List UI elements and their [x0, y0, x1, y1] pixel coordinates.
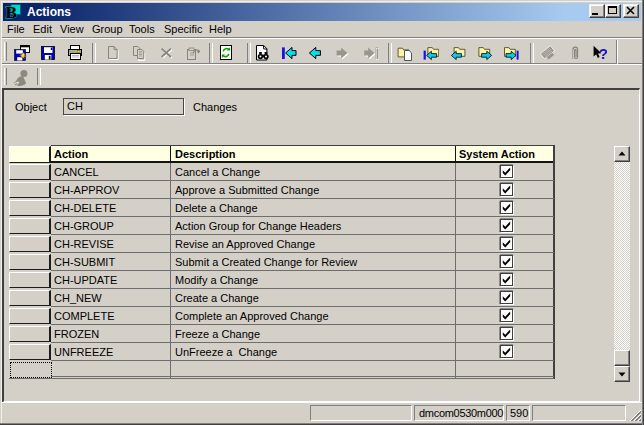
svg-text:?: ?	[599, 45, 607, 61]
svg-text:B: B	[6, 4, 17, 20]
